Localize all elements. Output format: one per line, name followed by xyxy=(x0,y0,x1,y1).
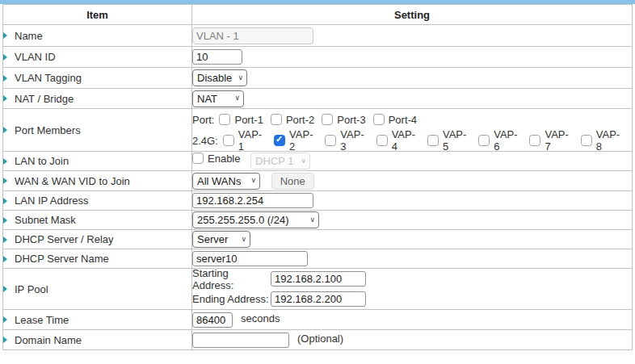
lease-time-input[interactable] xyxy=(192,312,233,328)
vap-5-label: VAP-5 xyxy=(443,128,471,153)
wan-vid-none-button[interactable]: None xyxy=(271,173,314,190)
subnet-mask-label: Subnet Mask xyxy=(15,214,76,226)
vlan-id-input[interactable] xyxy=(192,49,242,65)
vap-7-label: VAP-7 xyxy=(545,128,573,153)
port-4-checkbox[interactable] xyxy=(373,114,385,125)
vap-3-checkbox[interactable] xyxy=(325,135,336,146)
vap-2-label: VAP-2 xyxy=(289,128,318,153)
row-subnet-mask: Subnet Mask 255.255.255.0 (/24) ∨ xyxy=(3,211,633,230)
vap-2-checkbox-item: VAP-2 xyxy=(274,128,318,153)
row-nat-bridge: NAT / Bridge NAT ∨ xyxy=(3,89,633,109)
vap-3-label: VAP-3 xyxy=(340,128,368,153)
starting-address-label: Starting Address: xyxy=(192,267,271,291)
vap-1-checkbox-item: VAP-1 xyxy=(223,128,267,153)
row-arrow-icon xyxy=(3,198,7,204)
row-arrow-icon xyxy=(3,337,7,343)
port-3-checkbox[interactable] xyxy=(322,114,333,125)
row-vlan-tagging: VLAN Tagging Disable ∨ xyxy=(3,68,633,89)
lan-join-enable-item: Enable xyxy=(192,153,240,165)
port-4-label: Port-4 xyxy=(389,114,417,126)
dhcp-server-name-label: DHCP Server Name xyxy=(15,253,109,265)
row-arrow-icon xyxy=(3,127,7,133)
lan-ip-input[interactable] xyxy=(192,193,313,208)
vap-4-label: VAP-4 xyxy=(392,128,420,153)
nat-bridge-select[interactable]: NAT xyxy=(192,90,244,107)
port-1-checkbox-item: Port-1 xyxy=(219,114,263,126)
row-arrow-icon xyxy=(3,217,7,224)
vap-8-checkbox-item: VAP-8 xyxy=(581,128,624,153)
vap-8-checkbox[interactable] xyxy=(581,135,592,146)
vap-2-checkbox[interactable] xyxy=(274,135,285,146)
ip-pool-label: IP Pool xyxy=(15,283,48,295)
port-2-checkbox-item: Port-2 xyxy=(271,114,314,126)
ending-address-input[interactable] xyxy=(271,291,366,307)
vap-5-checkbox[interactable] xyxy=(427,135,439,146)
row-arrow-icon xyxy=(3,236,7,243)
wifi-group-label: 2.4G: xyxy=(192,135,218,147)
wifi-vaps-group: 2.4G: VAP-1 VAP-2 VAP-3 VAP-4 xyxy=(192,130,632,151)
row-domain-name: Domain Name (Optional) xyxy=(3,330,633,350)
name-label: Name xyxy=(15,30,43,42)
row-dhcp-server-relay: DHCP Server / Relay Server ∨ xyxy=(3,230,633,249)
nat-bridge-label: NAT / Bridge xyxy=(15,93,74,105)
vap-5-checkbox-item: VAP-5 xyxy=(427,128,471,153)
row-arrow-icon xyxy=(3,178,7,184)
row-ip-pool: IP Pool Starting Address: Ending Address… xyxy=(3,269,633,310)
domain-name-input[interactable] xyxy=(192,333,289,348)
vap-4-checkbox[interactable] xyxy=(376,135,388,146)
port-1-checkbox[interactable] xyxy=(219,114,230,125)
vlan-tagging-select[interactable]: Disable xyxy=(192,69,247,86)
port-2-checkbox[interactable] xyxy=(271,114,282,125)
port-group-label: Port: xyxy=(192,114,214,126)
row-arrow-icon xyxy=(3,54,7,61)
row-arrow-icon xyxy=(3,158,7,165)
name-input xyxy=(192,27,313,44)
row-dhcp-server-name: DHCP Server Name xyxy=(3,249,633,269)
vap-7-checkbox-item: VAP-7 xyxy=(529,128,573,153)
vlan-settings-table: Item Setting Name VLAN ID VLAN Tagging D… xyxy=(2,4,633,350)
domain-name-label: Domain Name xyxy=(15,334,82,346)
vap-1-label: VAP-1 xyxy=(238,128,267,153)
row-arrow-icon xyxy=(3,316,7,323)
wired-ports-group: Port: Port-1 Port-2 Port-3 Port-4 xyxy=(192,109,632,130)
vap-6-checkbox[interactable] xyxy=(478,135,490,146)
table-header-row: Item Setting xyxy=(3,5,633,25)
vap-6-label: VAP-6 xyxy=(494,128,522,153)
lan-join-dhcp-select: DHCP 1 xyxy=(250,153,310,169)
vap-4-checkbox-item: VAP-4 xyxy=(376,128,420,153)
row-arrow-icon xyxy=(3,95,7,102)
row-arrow-icon xyxy=(3,32,7,39)
row-name: Name xyxy=(3,25,633,47)
lan-to-join-label: LAN to Join xyxy=(15,155,69,167)
wan-join-select[interactable]: All WANs xyxy=(192,173,260,190)
lan-ip-label: LAN IP Address xyxy=(15,195,89,207)
lease-time-label: Lease Time xyxy=(15,314,69,326)
starting-address-input[interactable] xyxy=(271,271,366,287)
dhcp-server-name-input[interactable] xyxy=(192,251,308,266)
dhcp-server-relay-select[interactable]: Server xyxy=(192,231,250,248)
row-arrow-icon xyxy=(3,286,7,292)
lan-join-enable-label: Enable xyxy=(208,153,240,165)
row-lease-time: Lease Time seconds xyxy=(3,310,633,330)
port-3-checkbox-item: Port-3 xyxy=(322,114,365,126)
port-members-label: Port Members xyxy=(15,124,81,136)
vap-1-checkbox[interactable] xyxy=(223,135,234,146)
vlan-id-label: VLAN ID xyxy=(15,51,56,63)
vap-8-label: VAP-8 xyxy=(596,128,624,153)
subnet-mask-select[interactable]: 255.255.255.0 (/24) xyxy=(192,211,319,228)
lan-join-enable-checkbox[interactable] xyxy=(192,153,204,164)
column-header-setting: Setting xyxy=(192,5,633,25)
ending-address-label: Ending Address: xyxy=(192,293,271,305)
row-vlan-id: VLAN ID xyxy=(3,47,633,68)
lease-time-unit: seconds xyxy=(241,312,280,324)
dhcp-server-relay-label: DHCP Server / Relay xyxy=(15,233,114,245)
port-1-label: Port-1 xyxy=(234,114,263,126)
domain-name-optional-hint: (Optional) xyxy=(297,333,343,345)
row-arrow-icon xyxy=(3,75,7,82)
vap-3-checkbox-item: VAP-3 xyxy=(325,128,368,153)
vap-7-checkbox[interactable] xyxy=(529,135,540,146)
vlan-tagging-label: VLAN Tagging xyxy=(15,72,82,84)
row-port-members: Port Members Port: Port-1 Port-2 Port-3 xyxy=(3,109,633,152)
port-3-label: Port-3 xyxy=(337,114,365,126)
vap-6-checkbox-item: VAP-6 xyxy=(478,128,522,153)
